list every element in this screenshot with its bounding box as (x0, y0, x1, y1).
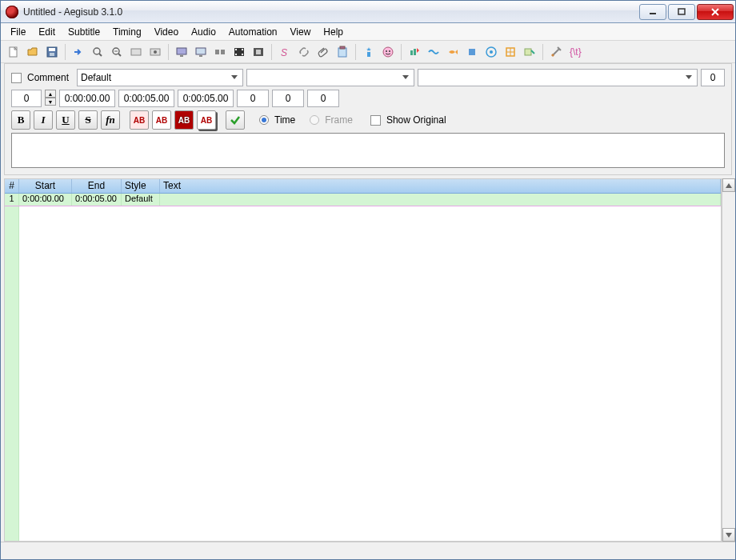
svg-rect-13 (131, 49, 141, 55)
scroll-track[interactable] (722, 192, 735, 528)
color3-button[interactable]: AB (174, 110, 194, 130)
toolbar-separator (271, 44, 272, 60)
svg-line-11 (118, 54, 121, 56)
svg-rect-16 (177, 48, 186, 54)
svg-rect-20 (215, 50, 219, 54)
automation-icon[interactable] (360, 43, 378, 61)
styles-manager-icon[interactable]: S (276, 43, 294, 61)
zoom-out-icon[interactable] (108, 43, 126, 61)
target-icon[interactable] (482, 43, 500, 61)
jump-icon[interactable] (70, 43, 87, 61)
table-row[interactable]: 1 0:00:00.00 0:00:05.00 Default (5, 194, 721, 206)
color4-button[interactable]: AB (197, 110, 216, 130)
shift-icon[interactable] (406, 43, 423, 61)
end-time-field[interactable]: 0:00:05.00 (118, 90, 174, 107)
strike-button[interactable]: S (78, 110, 98, 130)
comment-checkbox[interactable] (11, 73, 22, 83)
monitor-icon[interactable] (173, 43, 190, 61)
paste-icon[interactable] (334, 43, 351, 61)
margin-v-field[interactable]: 0 (307, 90, 339, 107)
preferences-icon[interactable] (547, 43, 565, 61)
menu-file[interactable]: File (4, 24, 32, 40)
margin-r-field[interactable]: 0 (272, 90, 304, 107)
col-text[interactable]: Text (160, 179, 721, 193)
chevron-down-icon (228, 71, 241, 84)
show-original-checkbox[interactable] (370, 115, 381, 126)
subtitle-text-input[interactable] (11, 133, 725, 168)
close-button[interactable] (697, 4, 734, 20)
time-radio-label: Time (274, 114, 295, 126)
color2-button[interactable]: AB (152, 110, 171, 130)
menu-subtitle[interactable]: Subtitle (62, 24, 106, 40)
grid-gutter (5, 206, 19, 541)
time-radio[interactable] (259, 115, 269, 125)
spinner-up-icon[interactable]: ▲ (45, 90, 56, 98)
effect-combo[interactable] (418, 69, 698, 86)
frame-radio-label: Frame (325, 114, 353, 126)
menu-view[interactable]: View (284, 24, 318, 40)
minimize-button[interactable] (639, 4, 666, 20)
chevron-down-icon (399, 71, 412, 84)
statusbar (1, 542, 735, 559)
spinner-down-icon[interactable]: ▼ (45, 98, 56, 106)
col-num[interactable]: # (5, 179, 19, 193)
col-style[interactable]: Style (122, 179, 160, 193)
svg-text:{\t}: {\t} (570, 46, 582, 58)
grid-empty-area[interactable] (19, 206, 721, 541)
scroll-up-icon[interactable] (722, 178, 735, 192)
menu-video[interactable]: Video (148, 24, 185, 40)
menu-automation[interactable]: Automation (222, 24, 284, 40)
comment-label: Comment (27, 72, 69, 83)
underline-button[interactable]: U (56, 110, 75, 130)
menu-timing[interactable]: Timing (106, 24, 148, 40)
open-file-icon[interactable] (24, 43, 42, 61)
start-time-field[interactable]: 0:00:00.00 (59, 90, 115, 107)
zoom-in-icon[interactable] (89, 43, 106, 61)
video-jump-icon[interactable] (127, 43, 145, 61)
svg-rect-26 (242, 54, 243, 55)
font-button[interactable]: fn (101, 110, 120, 130)
film-icon[interactable] (230, 43, 248, 61)
toolbar: S {\t} (1, 41, 735, 63)
assdraw-icon[interactable] (379, 43, 397, 61)
menubar: File Edit Subtitle Timing Video Audio Au… (1, 23, 735, 41)
bold-button[interactable]: B (11, 110, 30, 130)
col-start[interactable]: Start (19, 179, 72, 193)
resample-icon[interactable] (502, 43, 519, 61)
frame-radio[interactable] (310, 115, 319, 125)
new-file-icon[interactable] (5, 43, 22, 61)
save-file-icon[interactable] (43, 43, 61, 61)
col-end[interactable]: End (72, 179, 122, 193)
svg-rect-1 (678, 9, 685, 14)
cell-end: 0:00:05.00 (72, 194, 122, 206)
duration-field[interactable]: 0:00:05.00 (178, 90, 234, 107)
menu-help[interactable]: Help (317, 24, 350, 40)
timing-post-icon[interactable] (521, 43, 538, 61)
italic-button[interactable]: I (34, 110, 53, 130)
maximize-button[interactable] (668, 4, 695, 20)
menu-audio[interactable]: Audio (185, 24, 222, 40)
attachment-icon[interactable] (314, 43, 332, 61)
margin-l-field[interactable]: 0 (237, 90, 269, 107)
cell-start: 0:00:00.00 (19, 194, 72, 206)
sort-icon[interactable] (425, 43, 442, 61)
monitor2-icon[interactable] (192, 43, 210, 61)
layer-field[interactable]: 0 (11, 90, 42, 107)
vertical-scrollbar[interactable] (722, 178, 735, 542)
square-icon[interactable] (463, 43, 481, 61)
layer-spinner[interactable]: ▲ ▼ (45, 90, 56, 107)
fish-icon[interactable] (444, 43, 462, 61)
tag-cycle-icon[interactable]: {\t} (566, 43, 584, 61)
menu-edit[interactable]: Edit (32, 24, 62, 40)
shift-times-icon[interactable] (211, 43, 229, 61)
link-icon[interactable] (295, 43, 313, 61)
commit-button[interactable] (226, 110, 245, 130)
film2-icon[interactable] (250, 43, 267, 61)
style-combo[interactable]: Default (77, 69, 243, 86)
actor-combo[interactable] (246, 69, 414, 86)
video-seek-icon[interactable] (146, 43, 164, 61)
scroll-down-icon[interactable] (722, 528, 735, 542)
color1-button[interactable]: AB (130, 110, 149, 130)
svg-rect-23 (235, 49, 237, 50)
toolbar-separator (355, 44, 356, 60)
